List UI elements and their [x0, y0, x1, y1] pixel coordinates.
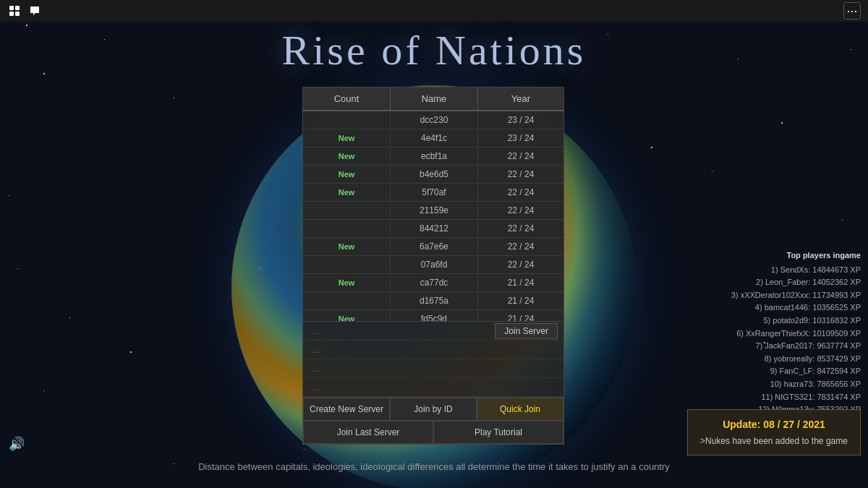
- td-name: dcc230: [390, 111, 478, 129]
- new-badge: New: [339, 152, 355, 160]
- td-name: 844212: [390, 220, 478, 237]
- dots-2: ...: [312, 345, 319, 355]
- dots-row-2: ...: [303, 341, 563, 359]
- td-year: 22 / 24: [478, 220, 563, 237]
- game-title: Rise of Nations: [0, 26, 868, 74]
- svg-rect-0: [9, 6, 14, 10]
- td-name: d1675a: [390, 292, 478, 309]
- top-bar-right: ···: [843, 2, 861, 20]
- td-count: New: [303, 147, 390, 165]
- dots-1: ...: [312, 326, 319, 336]
- table-row[interactable]: New6a7e6e22 / 24: [303, 238, 563, 256]
- leaderboard-entry: 9) FanC_LF: 8472594 XP: [731, 365, 861, 378]
- td-year: 22 / 24: [478, 147, 563, 165]
- table-row[interactable]: 84421222 / 24: [303, 220, 563, 238]
- join-last-server-button[interactable]: Join Last Server: [303, 421, 433, 444]
- td-count: New: [303, 310, 390, 321]
- td-year: 21 / 24: [478, 292, 563, 309]
- leaderboard-entry: 1) SendXs: 14844673 XP: [731, 264, 861, 277]
- dots-4: ...: [312, 382, 319, 393]
- td-name: 6a7e6e: [390, 238, 478, 255]
- update-panel: Update: 08 / 27 / 2021 >Nukes have been …: [687, 409, 861, 455]
- table-row[interactable]: 21159e22 / 24: [303, 202, 563, 220]
- leaderboard-entry: 7) JackFan2017: 9637774 XP: [731, 340, 861, 353]
- td-count: New: [303, 184, 390, 201]
- tagline: Distance between capitals, ideologies, i…: [0, 461, 868, 472]
- table-row[interactable]: Newb4e6d522 / 24: [303, 166, 563, 184]
- td-name: ecbf1a: [390, 147, 478, 165]
- leaderboard-entry: 6) XxRangerThiefxX: 10109509 XP: [731, 328, 861, 341]
- td-year: 23 / 24: [478, 111, 563, 129]
- update-title: Update: 08 / 27 / 2021: [697, 419, 851, 430]
- table-row[interactable]: Newecbf1a22 / 24: [303, 147, 563, 166]
- create-new-server-button[interactable]: Create New Server: [303, 398, 390, 421]
- update-text: >Nukes have been added to the game: [697, 436, 851, 446]
- td-name: fd5c9d: [390, 310, 478, 321]
- new-badge: New: [339, 170, 355, 179]
- top-bar: ···: [0, 0, 868, 22]
- td-count: [303, 220, 390, 237]
- td-year: 22 / 24: [478, 202, 563, 219]
- td-count: [303, 111, 390, 129]
- dots-row-4: ...: [303, 378, 563, 397]
- td-year: 22 / 24: [478, 238, 563, 255]
- leaderboard-entries: 1) SendXs: 14844673 XP2) Leon_Faber: 140…: [731, 264, 861, 416]
- table-row[interactable]: dcc23023 / 24: [303, 111, 563, 129]
- td-year: 23 / 24: [478, 129, 563, 147]
- td-name: 21159e: [390, 202, 478, 219]
- leaderboard-title: Top players ingame: [731, 249, 861, 262]
- table-row[interactable]: 07a6fd22 / 24: [303, 256, 563, 274]
- dots-3: ...: [312, 364, 319, 374]
- td-count: New: [303, 238, 390, 255]
- td-year: 22 / 24: [478, 184, 563, 201]
- td-name: ca77dc: [390, 274, 478, 291]
- td-count: [303, 202, 390, 219]
- chat-icon[interactable]: [27, 4, 42, 18]
- td-year: 21 / 24: [478, 274, 563, 291]
- join-by-id-button[interactable]: Join by ID: [390, 398, 477, 421]
- table-header: Count Name Year: [303, 87, 563, 111]
- volume-icon[interactable]: 🔊: [9, 436, 25, 452]
- dots-row-1: ... Join Server: [303, 322, 563, 341]
- td-count: New: [303, 166, 390, 183]
- server-table-body[interactable]: dcc23023 / 24New4e4f1c23 / 24Newecbf1a22…: [303, 111, 563, 321]
- btn-row-2: Join Last Server Play Tutorial: [303, 421, 563, 444]
- td-year: 21 / 24: [478, 310, 563, 321]
- svg-rect-3: [15, 12, 20, 16]
- dots-section: ... Join Server ... ... ...: [303, 321, 563, 397]
- home-icon[interactable]: [7, 4, 22, 18]
- td-count: [303, 256, 390, 273]
- td-name: 07a6fd: [390, 256, 478, 273]
- btn-row-1: Create New Server Join by ID Quick Join: [303, 398, 563, 421]
- table-row[interactable]: Newca77dc21 / 24: [303, 274, 563, 292]
- new-badge: New: [339, 314, 355, 321]
- svg-rect-2: [9, 12, 14, 16]
- bottom-buttons: Create New Server Join by ID Quick Join …: [303, 397, 563, 444]
- td-name: b4e6d5: [390, 166, 478, 183]
- table-row[interactable]: Newfd5c9d21 / 24: [303, 310, 563, 321]
- col-header-year: Year: [478, 87, 563, 110]
- leaderboard-entry: 8) yobroreally: 8537429 XP: [731, 353, 861, 366]
- td-count: New: [303, 129, 390, 147]
- svg-rect-1: [15, 6, 20, 10]
- leaderboard-entry: 5) potato2d9: 10316832 XP: [731, 314, 861, 328]
- new-badge: New: [339, 242, 355, 251]
- new-badge: New: [339, 278, 355, 287]
- leaderboard-entry: 11) NIGTS321: 7831474 XP: [731, 391, 861, 404]
- td-year: 22 / 24: [478, 256, 563, 273]
- quick-join-button[interactable]: Quick Join: [477, 398, 563, 421]
- menu-dots-button[interactable]: ···: [843, 2, 861, 20]
- leaderboard-entry: 10) hazra73: 7865656 XP: [731, 378, 861, 391]
- leaderboard-entry: 3) xXXDerator102Xxx: 11734993 XP: [731, 289, 861, 302]
- play-tutorial-button[interactable]: Play Tutorial: [433, 421, 563, 444]
- table-row[interactable]: New5f70af22 / 24: [303, 184, 563, 202]
- td-name: 5f70af: [390, 184, 478, 201]
- join-server-button[interactable]: Join Server: [495, 323, 558, 339]
- td-count: New: [303, 274, 390, 291]
- top-bar-left-icons: [7, 4, 42, 18]
- td-name: 4e4f1c: [390, 129, 478, 147]
- new-badge: New: [339, 188, 355, 197]
- table-row[interactable]: New4e4f1c23 / 24: [303, 129, 563, 147]
- table-row[interactable]: d1675a21 / 24: [303, 292, 563, 310]
- leaderboard-entry: 2) Leon_Faber: 14052362 XP: [731, 276, 861, 289]
